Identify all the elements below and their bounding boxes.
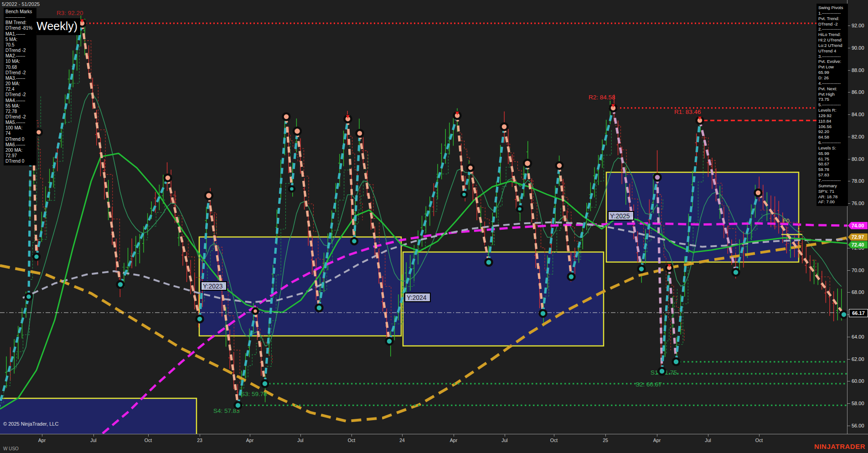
swing-pivots-line: DTrend -2 (818, 21, 846, 27)
year-range-box (0, 398, 196, 434)
swing-pivots-line: AR: 18.78 (818, 194, 846, 200)
time-axis-tick-label: Apr (653, 438, 661, 443)
year-label: Y:2023 (203, 283, 223, 290)
bench-marks-line: ------------- (5, 15, 35, 20)
price-axis[interactable]: 92.0090.0088.0086.0084.0082.0080.0078.00… (847, 0, 868, 434)
time-axis-tick-label: Jul (90, 438, 96, 443)
swing-pivots-line: 60.67 (818, 161, 846, 167)
time-axis-tick (93, 434, 94, 437)
swing-pivots-line: 92.20 (818, 129, 846, 134)
pivot-low-dot (540, 310, 547, 317)
pivot-low-dot (235, 402, 242, 409)
time-axis[interactable]: W USO NINJATRADER AprJulOct23AprJulOct24… (0, 434, 868, 453)
swing-pivots-line: Hi:2 UTrend (818, 37, 846, 43)
price-axis-tick-label: 90.00 (852, 45, 864, 51)
bench-marks-line: 72.97 (5, 153, 35, 159)
time-axis-tick (605, 434, 606, 437)
bench-marks-line: MA4.------ (5, 98, 35, 103)
bench-marks-line: DTrend -2 (5, 114, 35, 120)
price-axis-tick (847, 381, 850, 381)
pivot-low-dot (26, 293, 32, 300)
price-axis-tick-label: 88.00 (852, 67, 864, 73)
bench-marks-line: 72.4 (5, 87, 35, 92)
time-axis-tick-label: Apr (450, 438, 457, 443)
bench-marks-panel: Bench Marks-------------BM Trend:DTrend … (4, 8, 36, 165)
swing-pivots-line: Levels R: (818, 108, 846, 113)
support-level-label: S3: 59.78 (241, 391, 267, 397)
pivot-low-dot (673, 358, 680, 365)
pivot-low-dot (196, 315, 203, 322)
swing-pivots-line: 106.56 (818, 124, 846, 129)
swing-pivots-line: 61.75 (818, 156, 846, 162)
ma20-price-tag: 72.40 (848, 241, 868, 248)
time-axis-tick (42, 434, 42, 437)
swing-pivots-line: 4.------------- (818, 81, 846, 86)
bench-marks-line: DTrend 0 (5, 159, 35, 164)
time-axis-tick (708, 434, 708, 437)
swing-pivots-line: Pvt. Next: (818, 86, 846, 92)
pivot-low-dot (486, 259, 492, 266)
swing-pivots-line: 59.78 (818, 167, 846, 172)
price-axis-tick (847, 426, 850, 426)
time-axis-tick (657, 434, 657, 437)
swing-pivots-line: 65.99 (818, 70, 846, 75)
instrument-label: W USO (3, 446, 19, 451)
bench-marks-line: 20 MA: (5, 81, 35, 87)
bench-marks-line: DTrend -2 (5, 92, 35, 98)
time-axis-tick-label: Jul (297, 438, 303, 443)
bench-marks-line: MA1.------ (5, 31, 35, 37)
time-axis-tick (200, 434, 200, 437)
ma100-price-tag: 74.00 (848, 222, 868, 229)
time-axis-tick (148, 434, 149, 437)
swing-pivots-line: 6.------------- (818, 140, 846, 145)
pivot-low-dot (568, 273, 575, 280)
bench-marks-line: 10 MA: (5, 59, 35, 64)
swing-pivots-line: UTrend 4 (818, 48, 846, 54)
swing-pivots-line: 7.------------- (818, 178, 846, 183)
swing-pivots-line: HiLo Trend: (818, 32, 846, 37)
chart-date-range: 5/2022 - 51/2025 (2, 1, 40, 7)
price-chart-canvas[interactable]: R3: 92.20R2: 84.58R1: 83.46S1: 61.75S2: … (0, 0, 847, 434)
bench-marks-line: DTrend -2 (5, 48, 35, 53)
pivot-high-dot (283, 113, 290, 120)
support-level-label: S2: 60.67 (636, 381, 662, 388)
price-axis-tick-label: 58.00 (852, 401, 864, 406)
price-axis-tick-label: 82.00 (852, 134, 864, 139)
pivot-high-dot (524, 160, 531, 167)
time-axis-tick-label: 24 (399, 438, 405, 443)
pivot-high-dot (356, 130, 363, 137)
swing-pivots-line: 5.------------- (818, 102, 846, 108)
price-axis-tick-label: 92.00 (852, 23, 864, 28)
bench-marks-line: 70.68 (5, 65, 35, 70)
pivot-low-dot (33, 253, 40, 260)
time-axis-tick-label: Oct (145, 438, 152, 443)
pivot-low-dot (351, 238, 357, 244)
price-axis-tick-label: 56.00 (852, 423, 864, 428)
swing-pivots-line: 65.99 (818, 151, 846, 156)
swing-pivots-line: Pvt High (818, 92, 846, 97)
swing-pivots-line: 84.58 (818, 134, 846, 140)
price-axis-tick-label: 70.00 (852, 268, 864, 273)
swing-pivots-line: 73.75 (818, 97, 846, 102)
bench-marks-line: MA5.------ (5, 120, 35, 125)
bench-marks-line: MA2.------ (5, 53, 35, 59)
price-axis-tick (847, 359, 850, 360)
last-price-tag: 66.17 (849, 309, 868, 317)
swing-pivots-line: D: 26 (818, 75, 846, 81)
swing-pivots-line: Levels S: (818, 145, 846, 151)
swing-pivots-line: 110.84 (818, 118, 846, 124)
ma200-price-tag: 72.97 (848, 233, 868, 241)
resistance-level-label: R1: 83.46 (674, 108, 701, 115)
pivot-low-dot (117, 281, 124, 288)
pivot-high-dot (294, 128, 301, 135)
bench-marks-line: 74 (5, 131, 35, 136)
bench-marks-line: BM Trend: (5, 20, 35, 26)
bench-marks-line: DTrend -81% (5, 26, 35, 31)
price-axis-tick (847, 403, 850, 404)
resistance-level-label: R2: 84.58 (589, 94, 615, 101)
ninjatrader-chart-window: R3: 92.20R2: 84.58R1: 83.46S1: 61.75S2: … (0, 0, 868, 453)
price-axis-tick-label: 86.00 (852, 89, 864, 95)
pivot-high-dot (501, 123, 508, 130)
bench-marks-line: 70.5 (5, 42, 35, 48)
pivot-low-dot (316, 304, 323, 311)
